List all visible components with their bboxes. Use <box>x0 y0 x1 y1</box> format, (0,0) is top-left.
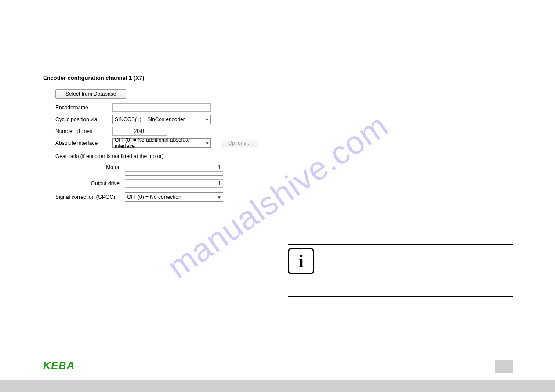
page-number-box <box>495 360 513 373</box>
label-output-drive: Output drive <box>43 180 125 187</box>
footer-bar <box>0 380 555 392</box>
ratio-divider <box>125 175 223 176</box>
info-block: i <box>288 244 513 301</box>
keba-logo: KEBA <box>43 360 75 372</box>
absolute-interface-value: OFF(0) = No additional absolute interfac… <box>115 137 204 149</box>
label-cyclic-position: Cyclic position via <box>43 116 112 122</box>
encoder-config-form: Encoder configuration channel 1 (X7) Sel… <box>43 75 276 214</box>
signal-correction-select[interactable]: OFF(0) = No correction ▼ <box>125 192 223 202</box>
label-signal-correction: Signal correction (GPOC) <box>43 194 125 200</box>
label-absolute-interface: Absolute interface <box>43 140 112 146</box>
label-number-of-lines: Number of lines <box>43 128 112 134</box>
info-icon: i <box>288 248 314 274</box>
row-cyclic-position: Cyclic position via SINCOS(1) = SinCos e… <box>43 115 276 124</box>
row-number-of-lines: Number of lines <box>43 127 276 136</box>
row-output-drive: Output drive <box>43 179 276 188</box>
number-of-lines-input[interactable] <box>112 127 167 136</box>
encodername-input[interactable] <box>112 103 211 112</box>
page-content: Encoder configuration channel 1 (X7) Sel… <box>0 0 555 392</box>
info-bottom-rule <box>288 296 513 297</box>
output-drive-input[interactable] <box>125 179 223 188</box>
form-bottom-rule <box>43 210 276 210</box>
chevron-down-icon: ▼ <box>216 195 223 200</box>
info-top-rule <box>288 244 513 245</box>
row-signal-correction: Signal correction (GPOC) OFF(0) = No cor… <box>43 192 276 202</box>
section-title: Encoder configuration channel 1 (X7) <box>43 75 276 81</box>
cyclic-position-value: SINCOS(1) = SinCos encoder <box>115 116 185 122</box>
motor-input[interactable] <box>125 163 223 172</box>
options-button: Options... <box>221 139 258 147</box>
gear-ratio-heading: Gear ratio (if encoder is not fitted at … <box>43 153 276 159</box>
label-motor: Motor <box>43 164 125 170</box>
info-icon-letter: i <box>298 252 304 270</box>
logo-text: KEBA <box>43 360 75 371</box>
select-from-database-button[interactable]: Select from Database <box>55 89 126 99</box>
cyclic-position-select[interactable]: SINCOS(1) = SinCos encoder ▼ <box>112 115 211 124</box>
row-encodername: Encodername <box>43 103 276 112</box>
chevron-down-icon: ▼ <box>204 141 210 146</box>
row-motor: Motor <box>43 163 276 172</box>
row-absolute-interface: Absolute interface OFF(0) = No additiona… <box>43 138 276 148</box>
signal-correction-value: OFF(0) = No correction <box>127 194 181 200</box>
label-encodername: Encodername <box>43 104 112 111</box>
chevron-down-icon: ▼ <box>203 117 210 122</box>
absolute-interface-select[interactable]: OFF(0) = No additional absolute interfac… <box>112 138 211 148</box>
